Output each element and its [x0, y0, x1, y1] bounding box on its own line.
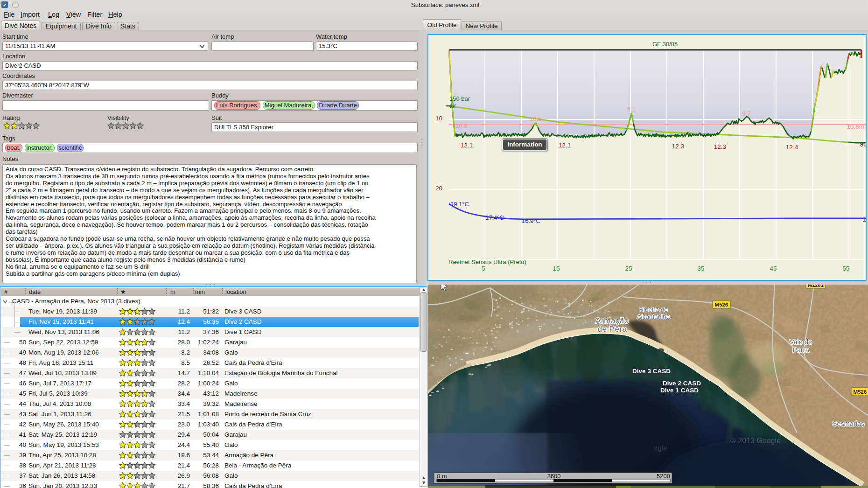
svg-text:10.5: 10.5 — [530, 115, 542, 122]
svg-text:12.4: 12.4 — [786, 144, 798, 151]
svg-text:GF 30/85: GF 30/85 — [652, 41, 678, 48]
svg-text:9.1: 9.1 — [627, 106, 636, 113]
svg-text:16.9°C: 16.9°C — [522, 217, 540, 224]
svg-text:Armação: Armação — [595, 316, 629, 325]
svg-text:M526: M526 — [715, 302, 728, 307]
svg-text:17.4°C: 17.4°C — [485, 214, 504, 221]
svg-text:Dive 2 CASD: Dive 2 CASD — [663, 380, 701, 387]
svg-text:16.: 16. — [862, 216, 866, 223]
svg-text:5: 5 — [482, 265, 485, 272]
svg-text:Alcantarilha: Alcantarilha — [637, 313, 670, 320]
svg-text:19.1°C: 19.1°C — [450, 201, 469, 208]
svg-text:55: 55 — [842, 265, 849, 272]
svg-text:12.3: 12.3 — [714, 143, 726, 150]
svg-text:2600: 2600 — [547, 473, 561, 480]
svg-text:150 bar: 150 bar — [449, 95, 470, 102]
svg-text:Parra: Parra — [792, 346, 809, 354]
svg-text:10: 10 — [435, 115, 442, 122]
svg-text:12.1: 12.1 — [461, 142, 473, 149]
svg-text:12.3: 12.3 — [672, 143, 684, 150]
svg-text:10.8m: 10.8m — [847, 123, 864, 130]
svg-text:25: 25 — [625, 265, 632, 272]
svg-text:Ribeira de: Ribeira de — [639, 306, 668, 313]
svg-text:12.1: 12.1 — [559, 142, 571, 149]
svg-text:35: 35 — [697, 265, 704, 272]
svg-text:Dive 1 CASD: Dive 1 CASD — [660, 387, 699, 394]
svg-text:0 m: 0 m — [437, 473, 447, 480]
svg-text:M1261: M1261 — [808, 285, 824, 288]
svg-text:M526: M526 — [854, 389, 867, 395]
svg-text:© 2013 Google: © 2013 Google — [730, 437, 781, 445]
svg-text:air: air — [449, 102, 456, 109]
svg-text:Reefnet Sensus Ultra (Preto): Reefnet Sensus Ultra (Preto) — [448, 258, 526, 265]
svg-text:10.6: 10.6 — [455, 122, 468, 129]
svg-text:Dive 3 CASD: Dive 3 CASD — [632, 368, 671, 375]
svg-text:80: 80 — [860, 141, 866, 148]
svg-text:9.7: 9.7 — [742, 110, 751, 117]
svg-text:Vale de: Vale de — [790, 338, 812, 346]
svg-text:de Pêra: de Pêra — [597, 325, 627, 334]
svg-text:5200: 5200 — [657, 473, 670, 480]
svg-text:ogle: ogle — [653, 444, 667, 452]
svg-text:Sesmarias: Sesmarias — [833, 420, 865, 427]
svg-text:15: 15 — [553, 265, 560, 272]
svg-text:45: 45 — [770, 265, 777, 272]
svg-text:20: 20 — [435, 185, 442, 192]
